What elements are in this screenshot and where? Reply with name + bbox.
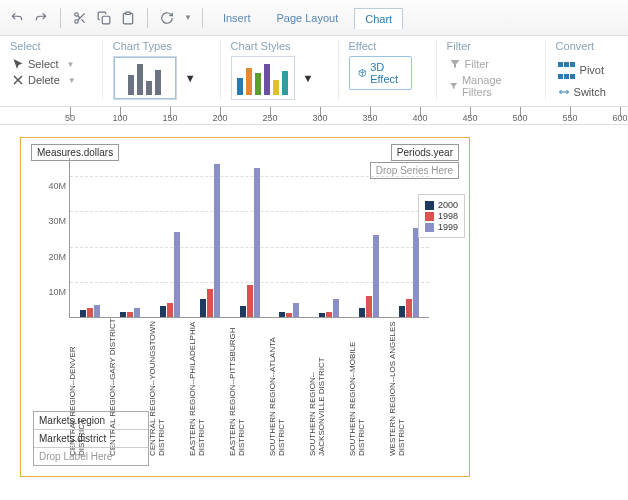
legend-item: 1999 [425,222,458,232]
ruler: 50100150200250300350400450500550600 [0,107,628,125]
separator [202,8,203,28]
ribbon-group-chart-types: Chart Types ▼ [102,40,206,100]
separator [60,8,61,28]
tab-chart[interactable]: Chart [354,8,403,29]
bar [80,310,86,317]
drop-label-hint[interactable]: Drop Label Here [34,448,148,465]
bar-group [190,164,230,317]
chart-object[interactable]: Measures.dollars Periods.year Drop Serie… [20,137,470,477]
delete-label: Delete [28,74,60,86]
switch-button[interactable]: Switch [556,84,608,100]
legend-item: 2000 [425,200,458,210]
paste-icon[interactable] [119,9,137,27]
ruler-label: 100 [112,113,127,123]
bar [286,313,292,317]
ruler-label: 200 [212,113,227,123]
tab-insert[interactable]: Insert [213,8,261,28]
filter-label: Filter [465,58,489,70]
pivot-label: Pivot [580,64,604,76]
bar [254,168,260,317]
ribbon-group-effect: Effect 3D Effect [338,40,422,100]
canvas: Measures.dollars Periods.year Drop Serie… [0,125,628,489]
bar-group [309,299,349,317]
select-label: Select [28,58,59,70]
group-title: Chart Styles [231,40,314,52]
bar-group [230,168,270,317]
tab-page-layout[interactable]: Page Layout [266,8,348,28]
ruler-label: 50 [65,113,75,123]
bars-container [70,158,429,317]
ruler-label: 450 [462,113,477,123]
bottom-field-well: Markets.region Markets.district Drop Lab… [33,411,149,466]
bar [326,312,332,317]
legend-label: 2000 [438,200,458,210]
ribbon-group-chart-styles: Chart Styles ▼ [220,40,324,100]
switch-label: Switch [574,86,606,98]
ruler-label: 150 [162,113,177,123]
bar [94,305,100,317]
bar [406,299,412,317]
cut-icon[interactable] [71,9,89,27]
ruler-label: 500 [512,113,527,123]
ruler-label: 350 [362,113,377,123]
separator [147,8,148,28]
3d-effect-button[interactable]: 3D Effect [349,56,412,90]
filter-button[interactable]: Filter [447,56,521,72]
refresh-icon[interactable] [158,9,176,27]
bar [359,308,365,317]
bar-group [269,303,309,317]
ruler-label: 550 [562,113,577,123]
legend-label: 1999 [438,222,458,232]
chart-plot: 10M20M30M40M [69,158,429,318]
district-field[interactable]: Markets.district [34,430,148,448]
bar-group [389,228,429,317]
x-tick-label: SOUTHERN REGION--MOBILE DISTRICT [349,318,389,458]
bar-group [70,305,110,317]
ruler-label: 250 [262,113,277,123]
copy-icon[interactable] [95,9,113,27]
bar [279,312,285,317]
ribbon: Select Select▼ Delete▼ Chart Types ▼ Cha… [0,36,628,107]
ribbon-group-select: Select Select▼ Delete▼ [10,40,88,100]
delete-button[interactable]: Delete▼ [10,72,78,88]
manage-filters-button[interactable]: Manage Filters [447,72,521,100]
chart-style-dropdown[interactable]: ▼ [303,72,314,84]
ruler-label: 600 [612,113,627,123]
pivot-button[interactable]: Pivot [556,56,608,84]
toolbar: ▼ Insert Page Layout Chart [0,0,628,36]
x-tick-label: EASTERN REGION--PITTSBURGH DISTRICT [229,318,269,458]
ruler-label: 400 [412,113,427,123]
bar [134,308,140,317]
svg-point-1 [75,19,79,23]
chart-type-bar[interactable] [113,56,177,100]
bar [207,289,213,317]
y-tick-label: 30M [48,216,70,226]
svg-rect-3 [126,12,131,14]
redo-icon[interactable] [32,9,50,27]
x-tick-label: SOUTHERN REGION--JACKSONVILLE DISTRICT [309,318,349,458]
group-title: Chart Types [113,40,196,52]
refresh-dropdown[interactable]: ▼ [184,13,192,22]
bar [87,308,93,317]
legend-item: 1998 [425,211,458,221]
y-tick-label: 10M [48,287,70,297]
chart-type-dropdown[interactable]: ▼ [185,72,196,84]
3d-effect-label: 3D Effect [370,61,402,85]
bar [167,303,173,317]
x-tick-label: WESTERN REGION--LOS ANGELES DISTRICT [389,318,429,458]
undo-icon[interactable] [8,9,26,27]
region-field[interactable]: Markets.region [34,412,148,430]
chart-style-colored[interactable] [231,56,295,100]
group-title: Effect [349,40,412,52]
bar [120,312,126,317]
bar [240,306,246,317]
ribbon-group-convert: Convert Pivot Switch [545,40,618,100]
select-button[interactable]: Select▼ [10,56,78,72]
bar [293,303,299,317]
manage-filters-label: Manage Filters [462,74,519,98]
bar [366,296,372,317]
bar [373,235,379,317]
legend: 2000 1998 1999 [418,194,465,238]
legend-label: 1998 [438,211,458,221]
group-title: Select [10,40,78,52]
